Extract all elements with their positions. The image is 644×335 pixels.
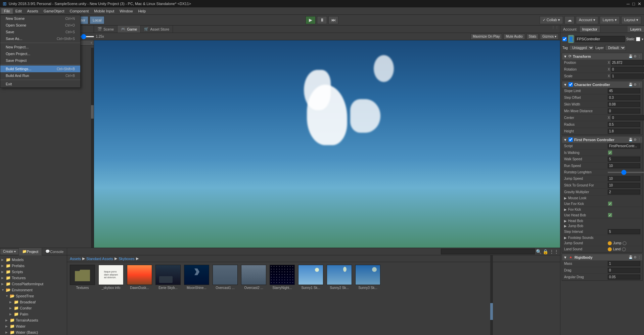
menu-component[interactable]: Component <box>67 8 91 14</box>
is-walking-checkbox[interactable]: ✓ <box>608 150 612 155</box>
menu-save-as[interactable]: Save As...Ctrl+Shift+S <box>0 35 80 42</box>
asset-overcast2[interactable]: Overcast2 ... <box>241 265 266 332</box>
fps-ctrl-menu[interactable]: ⋮ <box>638 138 641 141</box>
asset-sunny2[interactable]: Sunny2 Sk... <box>327 265 352 332</box>
fps-ctrl-header[interactable]: ▼ First Person Controller 💾 ⚙ ⋮ <box>562 136 642 143</box>
asset-textures-folder[interactable]: Textures <box>70 265 95 332</box>
center-x-input[interactable] <box>611 115 644 120</box>
play-button[interactable]: ▶ <box>306 16 316 24</box>
hierarchy-plus[interactable]: + <box>90 41 92 45</box>
char-ctrl-header[interactable]: ▼ Character Controller 💾 ⚙ ⋮ <box>562 81 642 88</box>
rigidbody-settings[interactable]: ⚙ <box>634 255 637 259</box>
close-btn[interactable]: ✕ <box>638 1 641 6</box>
window-controls[interactable]: ─ □ ✕ <box>627 1 641 6</box>
asset-sunny1[interactable]: Sunny1 Sk... <box>298 265 323 332</box>
tree-models[interactable]: ▶ 📁 Models <box>0 257 67 263</box>
tab-console[interactable]: 💬 Console <box>42 248 67 255</box>
rigidbody-header[interactable]: ▼ 🔺 Rigidbody 💾 ⚙ ⋮ <box>562 254 642 260</box>
stick-ground-input[interactable] <box>608 183 640 188</box>
jump-speed-input[interactable] <box>608 176 640 181</box>
menu-new-scene[interactable]: New SceneCtrl+N <box>0 15 80 22</box>
menu-open-scene[interactable]: Open SceneCtrl+O <box>0 22 80 29</box>
tab-project[interactable]: 📁 Project <box>19 248 42 255</box>
gameobject-name-input[interactable] <box>575 36 625 42</box>
mute-audio[interactable]: Mute Audio <box>503 34 525 40</box>
breadcrumb-assets[interactable]: Assets <box>70 257 81 261</box>
use-fov-kick-checkbox[interactable]: ✓ <box>608 201 612 206</box>
layers-tab[interactable]: Layers <box>628 26 644 32</box>
maximize-on-play[interactable]: Maximize On Play <box>470 34 502 40</box>
pos-x-input[interactable] <box>611 60 644 65</box>
tree-prefabs[interactable]: ▶ 📁 Prefabs <box>0 263 67 269</box>
slope-limit-input[interactable] <box>608 88 640 93</box>
cloud-button[interactable]: ☁ <box>564 16 574 24</box>
tree-scripts[interactable]: ▶ 📁 Scripts <box>0 269 67 275</box>
static-checkbox[interactable] <box>636 37 640 41</box>
use-head-bob-checkbox[interactable]: ✓ <box>608 213 612 217</box>
pause-button[interactable]: ⏸ <box>317 16 327 24</box>
transform-save-icon[interactable]: 💾 <box>629 54 633 58</box>
fov-kick-section[interactable]: ▶ Fov Kick <box>562 207 642 212</box>
char-ctrl-settings[interactable]: ⚙ <box>634 83 637 86</box>
scrollbar-thumb[interactable] <box>91 105 94 119</box>
asset-eerie[interactable]: Eerie Skyb... <box>155 265 181 332</box>
gravity-input[interactable] <box>608 190 640 195</box>
height-input[interactable] <box>608 129 640 134</box>
menu-assets[interactable]: Assets <box>25 8 41 14</box>
tree-textures[interactable]: ▶ 📁 Textures <box>0 275 67 281</box>
fps-ctrl-settings[interactable]: ⚙ <box>634 138 637 141</box>
radius-input[interactable] <box>608 122 640 127</box>
asset-skybox-info[interactable]: Itaque porro diam aliqnam ad dolorum. _s… <box>98 265 124 332</box>
layer-select[interactable]: Default <box>605 45 626 51</box>
tree-water[interactable]: ▶ 📁 Water <box>0 323 67 329</box>
tree-conifer[interactable]: ▶ 📁 Conifer <box>0 305 67 311</box>
account-tab[interactable]: Account <box>560 26 580 32</box>
inspector-tab[interactable]: Inspector <box>580 26 600 32</box>
char-ctrl-menu[interactable]: ⋮ <box>638 83 641 86</box>
land-sound-select[interactable] <box>622 247 626 251</box>
panel-options-icon[interactable]: ⋮⋮ <box>549 249 559 254</box>
gameobject-active-checkbox[interactable] <box>562 37 567 41</box>
menu-build-run[interactable]: Build And RunCtrl+B <box>0 72 80 79</box>
account-button[interactable]: Account ▾ <box>576 16 598 24</box>
script-input[interactable] <box>608 143 640 149</box>
menu-file[interactable]: File <box>1 8 13 14</box>
asset-starrynight[interactable]: StarryNight... <box>270 265 295 332</box>
scale-x-input[interactable] <box>611 74 644 79</box>
collab-button[interactable]: ✓ Collab ▾ <box>540 16 563 24</box>
tab-game[interactable]: 🎮 Game <box>118 26 141 33</box>
step-button[interactable]: ⏭ <box>328 16 338 24</box>
tree-speedtree[interactable]: ▼ 📂 SpeedTree <box>0 293 67 299</box>
menu-open-project[interactable]: Open Project... <box>0 50 80 57</box>
tree-environment[interactable]: ▼ 📂 Environment <box>0 287 67 293</box>
breadcrumb-skyboxes[interactable]: Skyboxes <box>119 257 135 261</box>
jump-sound-select[interactable] <box>623 241 627 245</box>
step-offset-input[interactable] <box>608 95 640 100</box>
fps-ctrl-save[interactable]: 💾 <box>629 138 633 141</box>
stats-btn[interactable]: Stats <box>526 34 539 40</box>
mouse-look-section[interactable]: ▶ Mouse Look <box>562 196 642 201</box>
menu-mobileinput[interactable]: Mobile Input <box>91 8 117 14</box>
menu-save[interactable]: SaveCtrl+S <box>0 29 80 35</box>
runstep-slider[interactable] <box>608 172 644 173</box>
tree-palm[interactable]: ▶ 📁 Palm <box>0 311 67 317</box>
char-ctrl-save[interactable]: 💾 <box>629 83 633 86</box>
gizmos-btn[interactable]: Gizmos ▾ <box>540 34 559 40</box>
static-dropdown[interactable]: ▾ <box>642 37 643 41</box>
menu-edit[interactable]: Edit <box>13 8 25 14</box>
minimize-btn[interactable]: ─ <box>627 1 630 6</box>
tab-scene[interactable]: 🎬 Scene <box>94 26 118 33</box>
menu-help[interactable]: Help <box>135 8 148 14</box>
run-speed-input[interactable] <box>608 163 640 168</box>
menu-save-project[interactable]: Save Project <box>0 57 80 64</box>
tree-water-basic[interactable]: ▶ 📁 Water (Basic) <box>0 329 67 335</box>
tab-asset-store[interactable]: 🛒 Asset Store <box>141 26 173 33</box>
menu-build-settings[interactable]: Build Settings...Ctrl+Shift+B <box>0 66 80 72</box>
drag-input[interactable] <box>608 268 640 273</box>
fps-ctrl-checkbox[interactable] <box>568 137 573 142</box>
menu-new-project[interactable]: New Project... <box>0 44 80 50</box>
angular-drag-input[interactable] <box>608 275 640 280</box>
footstep-sounds-section[interactable]: ▶ Footstep Sounds <box>562 235 642 240</box>
asset-moonshine[interactable]: MoonShine... <box>184 265 209 332</box>
asset-overcast1[interactable]: Overcast1 ... <box>213 265 238 332</box>
